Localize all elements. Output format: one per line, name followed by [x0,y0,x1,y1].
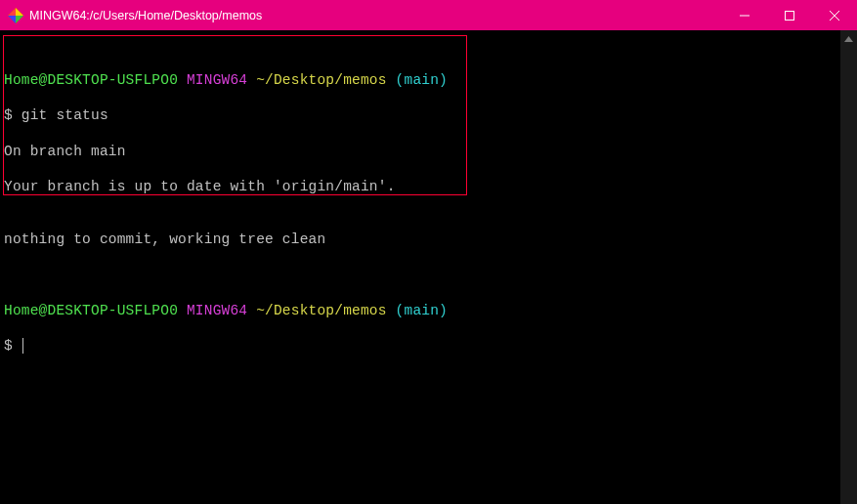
prompt-host: MINGW64 [187,303,247,318]
svg-marker-4 [16,16,23,23]
close-button[interactable] [812,0,857,30]
output-line: Your branch is up to date with 'origin/m… [4,178,836,195]
prompt-path: ~/Desktop/memos [256,72,387,88]
prompt-symbol: $ [4,338,21,354]
cursor [22,338,23,354]
output-line: nothing to commit, working tree clean [4,231,836,248]
app-icon [8,8,23,23]
maximize-button[interactable] [767,0,812,30]
prompt-path: ~/Desktop/memos [256,303,387,318]
prompt-user: Home@DESKTOP-USFLPO0 [4,303,178,318]
titlebar-left: MINGW64:/c/Users/Home/Desktop/memos [8,8,262,23]
prompt-user: Home@DESKTOP-USFLPO0 [4,72,178,88]
vertical-scrollbar[interactable] [840,30,857,504]
window-controls [722,0,857,30]
svg-marker-9 [844,36,853,42]
svg-rect-6 [786,11,794,20]
svg-marker-1 [16,8,23,16]
scroll-up-icon[interactable] [840,30,857,47]
prompt-branch: (main) [396,72,448,88]
output-line: On branch main [4,143,836,160]
svg-marker-3 [8,8,16,16]
terminal-output[interactable]: Home@DESKTOP-USFLPO0 MINGW64 ~/Desktop/m… [0,30,840,504]
prompt-branch: (main) [396,303,448,318]
prompt-host: MINGW64 [187,72,247,88]
command-line: $ git status [4,106,836,124]
titlebar[interactable]: MINGW64:/c/Users/Home/Desktop/memos [0,0,857,30]
minimize-button[interactable] [722,0,767,30]
window-title: MINGW64:/c/Users/Home/Desktop/memos [29,9,262,22]
svg-marker-2 [8,16,16,23]
